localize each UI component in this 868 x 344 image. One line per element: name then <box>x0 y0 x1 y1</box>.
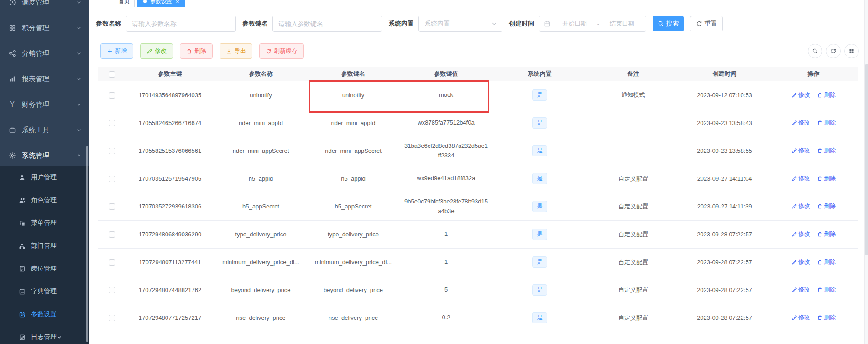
header-param-id: 参数主键 <box>125 67 214 81</box>
row-edit-link[interactable]: 修改 <box>791 230 810 238</box>
trash-icon <box>186 48 192 54</box>
sidebar-item-distribution[interactable]: 分销管理 <box>0 41 89 66</box>
sidebar-item-label: 字典管理 <box>31 287 57 296</box>
row-edit-link[interactable]: 修改 <box>791 91 810 99</box>
cell-remark: 通知模式 <box>586 81 680 109</box>
toggle-search-button[interactable] <box>808 44 822 58</box>
refresh-cache-button[interactable]: 刷新缓存 <box>259 43 304 59</box>
range-separator: - <box>594 21 603 27</box>
reset-button[interactable]: 重置 <box>690 16 723 31</box>
row-delete-link[interactable]: 删除 <box>817 258 836 266</box>
sidebar-item-users[interactable]: 用户管理 <box>0 166 89 189</box>
sidebar-item-points[interactable]: 积分管理 <box>0 15 89 41</box>
row-checkbox[interactable] <box>109 120 115 126</box>
row-edit-link[interactable]: 修改 <box>791 258 810 266</box>
header-builtin: 系统内置 <box>493 67 586 81</box>
cell-param-id: 1705582465266716674 <box>125 109 214 137</box>
user-icon <box>18 174 26 181</box>
id-badge-icon <box>18 265 26 272</box>
param-name-input[interactable] <box>126 16 236 32</box>
add-button[interactable]: 新增 <box>100 43 133 59</box>
start-date-placeholder: 开始日期 <box>555 20 594 28</box>
delete-button[interactable]: 删除 <box>180 43 213 59</box>
cell-param-id: 1707035272939618306 <box>125 193 214 220</box>
row-checkbox[interactable] <box>109 315 115 321</box>
sidebar-item-reports[interactable]: 报表管理 <box>0 66 89 92</box>
pencil-icon <box>791 120 797 126</box>
row-delete-link[interactable]: 删除 <box>817 313 836 322</box>
row-delete-link[interactable]: 删除 <box>817 286 836 294</box>
row-checkbox[interactable] <box>109 92 115 99</box>
builtin-select[interactable]: 系统内置 <box>418 16 502 32</box>
sidebar-item-scheduling[interactable]: 调度管理 <box>0 0 89 15</box>
sidebar-item-parameters[interactable]: 参数设置 <box>0 303 89 326</box>
add-button-label: 新增 <box>115 47 127 55</box>
row-delete-link[interactable]: 删除 <box>817 202 836 210</box>
row-checkbox[interactable] <box>109 287 115 293</box>
row-edit-link[interactable]: 修改 <box>791 313 810 322</box>
builtin-badge: 是 <box>532 284 547 296</box>
builtin-badge: 是 <box>532 173 547 184</box>
param-key-input[interactable] <box>272 16 382 32</box>
cell-param-key: h5_appid <box>307 165 399 193</box>
sidebar-item-menus[interactable]: 菜单管理 <box>0 212 89 235</box>
row-checkbox[interactable] <box>109 148 115 154</box>
row-delete-link[interactable]: 删除 <box>817 91 836 99</box>
sidebar-item-label: 调度管理 <box>22 0 76 7</box>
close-icon[interactable]: × <box>176 0 179 5</box>
params-table: 参数主键 参数名称 参数键名 参数键值 系统内置 备注 创建时间 操作 <box>98 67 859 332</box>
row-delete-link[interactable]: 删除 <box>817 119 836 127</box>
edit-button[interactable]: 修改 <box>140 43 173 59</box>
table-row: 1701493564897964035 uninotify uninotify … <box>98 81 858 109</box>
row-delete-link[interactable]: 删除 <box>817 146 836 155</box>
row-checkbox[interactable] <box>109 176 115 182</box>
row-edit-link[interactable]: 修改 <box>791 202 810 210</box>
sidebar-item-departments[interactable]: 部门管理 <box>0 235 89 257</box>
cell-param-key: type_delivery_price <box>307 220 399 248</box>
pencil-icon <box>791 231 797 237</box>
select-all-checkbox[interactable] <box>109 71 115 78</box>
row-checkbox[interactable] <box>109 231 115 238</box>
search-button[interactable]: 搜索 <box>653 16 684 31</box>
header-remark: 备注 <box>586 67 680 81</box>
tab-parameter-settings[interactable]: 参数设置 × <box>137 0 185 7</box>
sidebar-item-finance[interactable]: ¥ 财务管理 <box>0 92 89 117</box>
sidebar-scrollbar[interactable] <box>86 146 88 342</box>
bar-chart-icon <box>8 75 16 83</box>
row-checkbox[interactable] <box>109 259 115 266</box>
builtin-badge: 是 <box>532 201 547 212</box>
search-icon <box>812 48 818 54</box>
page-scrollbar[interactable] <box>864 0 868 344</box>
chevron-down-icon <box>76 25 82 31</box>
refresh-table-button[interactable] <box>826 44 841 58</box>
table-tools <box>808 44 859 58</box>
delete-button-label: 删除 <box>194 47 206 55</box>
tags-list: 首页 参数设置 × <box>114 0 185 7</box>
cell-created: 2023-09-23 13:58:55 <box>680 137 769 165</box>
row-delete-link[interactable]: 删除 <box>817 230 836 238</box>
page-content: 参数名称 参数键名 系统内置 系统内置 创建时间 开始日期 <box>89 16 868 332</box>
trash-icon <box>817 148 823 154</box>
date-range-picker[interactable]: 开始日期 - 结束日期 <box>539 16 646 32</box>
row-delete-link[interactable]: 删除 <box>817 174 836 182</box>
trash-icon <box>817 203 823 209</box>
sidebar-item-posts[interactable]: 岗位管理 <box>0 257 89 280</box>
column-settings-button[interactable] <box>844 44 859 58</box>
cell-param-id: 1707294806849036290 <box>125 220 214 248</box>
tab-home[interactable]: 首页 <box>114 0 135 7</box>
scrollbar-thumb[interactable] <box>865 64 868 255</box>
sidebar-item-system-management[interactable]: 系统管理 <box>0 143 89 168</box>
row-edit-link[interactable]: 修改 <box>791 119 810 127</box>
cell-param-id: 1705582515376066561 <box>125 137 214 165</box>
row-edit-link[interactable]: 修改 <box>791 174 810 182</box>
row-edit-link[interactable]: 修改 <box>791 146 810 155</box>
sidebar-item-dictionaries[interactable]: 字典管理 <box>0 280 89 303</box>
table-row: 1707294807717257217 rise_delivery_price … <box>98 304 858 332</box>
row-edit-link[interactable]: 修改 <box>791 286 810 294</box>
row-checkbox[interactable] <box>109 203 115 210</box>
calendar-icon <box>544 21 551 27</box>
sidebar-item-system-tools[interactable]: 系统工具 <box>0 117 89 143</box>
sidebar-item-logs[interactable]: 日志管理 <box>0 326 89 344</box>
export-button[interactable]: 导出 <box>220 43 252 59</box>
sidebar-item-roles[interactable]: 角色管理 <box>0 189 89 212</box>
